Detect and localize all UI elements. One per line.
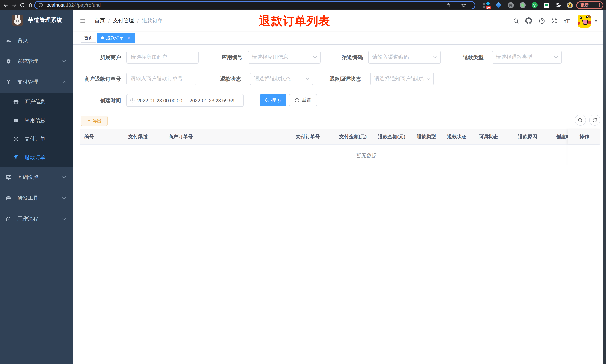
chevron-down-icon	[62, 197, 66, 200]
help-button[interactable]	[538, 17, 545, 24]
app-title: 芋道管理系统	[28, 16, 63, 24]
channel-select[interactable]: 请输入渠道编码	[368, 51, 441, 64]
fullscreen-button[interactable]	[551, 17, 558, 24]
column-header-pay-order-no: 支付订单号	[291, 130, 335, 144]
sidebar-item-label: 基础设施	[17, 174, 38, 181]
extension-emoji-icon[interactable]	[566, 1, 573, 9]
browser-forward-button[interactable]	[10, 0, 19, 10]
gear-icon	[6, 58, 12, 64]
merchant-refund-no-placeholder: 请输入商户退款订单号	[131, 76, 183, 82]
sidebar-item-home[interactable]: 首页	[0, 30, 73, 51]
fixed-column-divider	[568, 130, 568, 166]
font-size-button[interactable]: TT	[563, 17, 571, 24]
sidebar-item-label: 商户信息	[25, 99, 45, 105]
navbar: 首页 / 支付管理 / 退款订单 退款订单列表 TT	[73, 10, 606, 32]
merchant-refund-no-input[interactable]: 请输入商户退款订单号	[127, 73, 197, 85]
tags-view: 首页 退款订单 ×	[73, 32, 606, 45]
filter-label-merchant: 所属商户	[76, 51, 121, 64]
extension-chat-icon[interactable]	[543, 1, 550, 9]
kebab-menu-icon	[599, 3, 600, 7]
page-title-annotation: 退款订单列表	[231, 13, 358, 29]
column-header-actions: 操作	[568, 130, 600, 144]
merchant-input[interactable]: 请选择所属商户	[127, 51, 199, 64]
sidebar-toggle-button[interactable]	[78, 16, 87, 25]
sidebar: 芋道管理系统 首页 系统管理 ¥ 支付管理	[0, 10, 73, 364]
share-icon	[446, 2, 451, 8]
sidebar-item-payment[interactable]: ¥ 支付管理	[0, 72, 73, 92]
sidebar-item-system[interactable]: 系统管理	[0, 51, 73, 72]
extension-command-icon[interactable]: ⌘	[507, 1, 514, 9]
sidebar-item-refund-order[interactable]: 退款订单	[0, 148, 73, 167]
tag-close-icon[interactable]: ×	[126, 35, 131, 40]
browser-reload-button[interactable]	[18, 0, 27, 10]
sidebar-item-infrastructure[interactable]: 基础设施	[0, 167, 73, 188]
show-search-toggle-button[interactable]	[575, 115, 586, 126]
chevron-up-icon	[62, 81, 66, 84]
breadcrumb-payment[interactable]: 支付管理	[113, 17, 134, 24]
table-body: 暂无数据	[80, 145, 600, 167]
shop-icon	[13, 99, 19, 105]
extension-blocks-icon[interactable]: 10	[483, 1, 489, 9]
yen-circle-icon	[13, 136, 19, 142]
column-header-refund-reason: 退款原因	[513, 130, 552, 144]
browser-back-button[interactable]	[1, 0, 10, 10]
chevron-down-icon	[426, 77, 430, 80]
create-time-range-picker[interactable]: 2022-01-23 00:00:00 - 2022-01-23 23:59:5…	[127, 94, 244, 107]
reset-button-label: 重置	[301, 97, 312, 104]
tag-refund-order[interactable]: 退款订单 ×	[97, 33, 135, 43]
channel-placeholder: 请输入渠道编码	[372, 54, 409, 61]
breadcrumb-home[interactable]: 首页	[94, 17, 105, 24]
browser-home-button[interactable]	[26, 0, 35, 10]
share-button[interactable]	[446, 2, 451, 8]
reset-button[interactable]: 重置	[289, 94, 317, 106]
date-range-separator: -	[186, 98, 188, 103]
bookmark-button[interactable]	[461, 2, 466, 8]
search-button-label: 搜索	[271, 97, 282, 104]
user-avatar[interactable]	[578, 14, 591, 27]
main-area: 首页 / 支付管理 / 退款订单 退款订单列表 TT	[73, 10, 606, 364]
extension-dot-circle-icon[interactable]	[519, 1, 526, 9]
page-info-icon[interactable]	[38, 3, 43, 7]
chevron-down-icon	[554, 56, 558, 59]
sidebar-item-label: 研发工具	[17, 195, 38, 202]
app-select[interactable]: 请选择应用信息	[248, 51, 321, 64]
sidebar-logo-row[interactable]: 芋道管理系统	[0, 10, 73, 30]
sidebar-item-label: 工作流程	[17, 216, 38, 222]
column-header-create-time: 创建时间	[552, 130, 568, 144]
extension-puzzle-icon[interactable]	[555, 1, 562, 9]
browser-update-menu-button[interactable]: 更新	[576, 1, 603, 9]
refresh-table-button[interactable]	[589, 115, 600, 126]
github-button[interactable]	[525, 17, 532, 24]
sidebar-item-merchant-info[interactable]: 商户信息	[0, 92, 73, 111]
sidebar-item-pay-order[interactable]: 支付订单	[0, 130, 73, 148]
filter-label-refund-type: 退款类型	[439, 51, 484, 64]
hamburger-icon	[79, 18, 86, 24]
refund-status-select[interactable]: 请选择退款状态	[250, 73, 313, 85]
breadcrumb: 首页 / 支付管理 / 退款订单	[94, 10, 163, 32]
extension-y-icon[interactable]: y	[531, 1, 538, 9]
sidebar-item-workflow[interactable]: 工作流程	[0, 208, 73, 229]
filter-label-notify-status: 退款回调状态	[316, 73, 361, 85]
extension-kite-icon[interactable]	[495, 1, 502, 9]
page-scrollbar[interactable]	[603, 10, 606, 364]
sidebar-item-dev-tools[interactable]: 研发工具	[0, 188, 73, 208]
question-icon	[539, 18, 545, 24]
url-bar[interactable]: localhost:1024/pay/refund	[34, 1, 475, 9]
chevron-down-icon	[62, 60, 66, 63]
home-icon	[28, 2, 33, 8]
search-button[interactable]: 搜索	[260, 94, 286, 106]
breadcrumb-separator: /	[108, 18, 110, 24]
export-button[interactable]: 导出	[81, 116, 107, 126]
refund-type-select[interactable]: 请选择退款类型	[492, 51, 562, 64]
refresh-icon	[592, 117, 597, 123]
header-search-button[interactable]	[513, 17, 519, 24]
date-end-value: 2022-01-23 23:59:59	[190, 98, 237, 103]
app-root: localhost:1024/pay/refund 10 ⌘	[0, 0, 606, 364]
avatar-dropdown-caret[interactable]	[594, 20, 598, 22]
refresh-icon	[294, 98, 299, 103]
sidebar-item-app-info[interactable]: 应用信息	[0, 111, 73, 130]
notify-status-select[interactable]: 请选择通知商户退款结果	[370, 73, 434, 85]
column-header-id: 编号	[80, 130, 124, 144]
tag-home[interactable]: 首页	[81, 33, 96, 43]
chevron-down-icon	[433, 56, 437, 59]
